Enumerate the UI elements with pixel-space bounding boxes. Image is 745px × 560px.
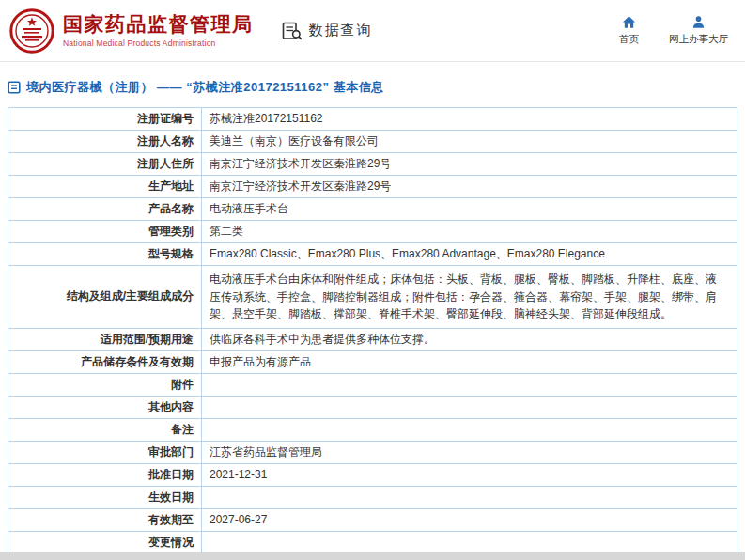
row-value: 供临床各科手术中为患者提供多种体位支撑。: [202, 328, 737, 350]
table-row: 产品储存条件及有效期申报产品为有源产品: [8, 350, 737, 373]
table-row: 附件: [8, 373, 737, 396]
info-table: 注册证编号苏械注准20172151162注册人名称美迪兰（南京）医疗设备有限公司…: [8, 107, 737, 560]
row-label: 产品储存条件及有效期: [8, 350, 202, 373]
row-value: 江苏省药品监督管理局: [202, 441, 737, 463]
row-value: [202, 373, 737, 396]
row-label: 有效期至: [8, 508, 202, 531]
row-label: 变更情况: [8, 531, 202, 553]
brand-text: 国家药品监督管理局 National Medical Products Admi…: [63, 13, 254, 48]
row-value: 苏械注准20172151162: [202, 108, 737, 131]
nav-online-hall-label: 网上办事大厅: [669, 33, 728, 46]
header: 国家药品监督管理局 National Medical Products Admi…: [0, 0, 745, 62]
row-value: 第二类: [202, 221, 737, 243]
row-value: 申报产品为有源产品: [202, 350, 737, 373]
row-label: 管理类别: [8, 221, 202, 243]
row-label: 审批部门: [8, 441, 202, 463]
row-value: 2027-06-27: [202, 508, 737, 531]
row-value: 电动液压手术台: [202, 198, 737, 221]
document-magnifier-icon: [282, 22, 303, 40]
row-label: 注册人名称: [8, 131, 202, 153]
brand: 国家药品监督管理局 National Medical Products Admi…: [9, 8, 254, 54]
row-value: [202, 531, 737, 553]
agency-name-en: National Medical Products Administration: [63, 39, 254, 48]
row-value: 南京江宁经济技术开发区秦淮路29号: [202, 176, 737, 198]
table-row: 注册人名称美迪兰（南京）医疗设备有限公司: [8, 131, 737, 153]
row-value: Emax280 Classic、Emax280 Plus、Emax280 Adv…: [202, 243, 737, 266]
row-label: 生产地址: [8, 176, 202, 198]
nav-online-hall[interactable]: 网上办事大厅: [669, 15, 728, 46]
row-value: [202, 396, 737, 418]
table-row: 生产地址南京江宁经济技术开发区秦淮路29号: [8, 176, 737, 198]
footer-strip: [0, 552, 745, 560]
table-row: 批准日期2021-12-31: [8, 463, 737, 486]
row-label: 适用范围/预期用途: [8, 328, 202, 350]
top-nav: 首页 网上办事大厅: [619, 15, 728, 46]
national-emblem-logo: [9, 8, 54, 54]
user-icon: [691, 15, 706, 29]
table-row: 其他内容: [8, 396, 737, 418]
row-value: [202, 486, 737, 508]
row-label: 备注: [8, 418, 202, 441]
table-row: 管理类别第二类: [8, 221, 737, 243]
row-label: 型号规格: [8, 243, 202, 266]
row-label: 附件: [8, 373, 202, 396]
info-table-body: 注册证编号苏械注准20172151162注册人名称美迪兰（南京）医疗设备有限公司…: [8, 108, 737, 560]
row-value: [202, 418, 737, 441]
table-row: 产品名称电动液压手术台: [8, 198, 737, 221]
table-row: 审批部门江苏省药品监督管理局: [8, 441, 737, 463]
row-value: 美迪兰（南京）医疗设备有限公司: [202, 131, 737, 153]
agency-name-cn: 国家药品监督管理局: [63, 13, 254, 36]
table-row: 型号规格Emax280 Classic、Emax280 Plus、Emax280…: [8, 243, 737, 266]
row-value: 2021-12-31: [202, 463, 737, 486]
row-label: 其他内容: [8, 396, 202, 418]
table-row: 注册人住所南京江宁经济技术开发区秦淮路29号: [8, 153, 737, 176]
row-label: 生效日期: [8, 486, 202, 508]
table-row: 变更情况: [8, 531, 737, 553]
row-label: 产品名称: [8, 198, 202, 221]
row-label: 注册人住所: [8, 153, 202, 176]
row-value: 电动液压手术台由床体和附件组成；床体包括：头板、背板、腿板、臀板、脚踏板、升降柱…: [202, 266, 737, 329]
breadcrumb: 境内医疗器械（注册） —— “苏械注准20172151162” 基本信息: [8, 79, 737, 96]
table-row: 注册证编号苏械注准20172151162: [8, 108, 737, 131]
home-icon: [622, 15, 636, 29]
nav-home-label: 首页: [619, 33, 639, 46]
table-row: 有效期至2027-06-27: [8, 508, 737, 531]
row-label: 结构及组成/主要组成成分: [8, 266, 202, 329]
data-query-section: 数据查询: [282, 22, 373, 40]
data-query-label: 数据查询: [309, 22, 373, 39]
row-value: 南京江宁经济技术开发区秦淮路29号: [202, 153, 737, 176]
table-row: 生效日期: [8, 486, 737, 508]
table-row: 结构及组成/主要组成成分电动液压手术台由床体和附件组成；床体包括：头板、背板、腿…: [8, 266, 737, 329]
page-title: 境内医疗器械（注册） —— “苏械注准20172151162” 基本信息: [26, 79, 384, 96]
nav-home[interactable]: 首页: [619, 15, 639, 46]
document-icon: [8, 81, 21, 94]
row-label: 批准日期: [8, 463, 202, 486]
row-label: 注册证编号: [8, 108, 202, 131]
table-row: 适用范围/预期用途供临床各科手术中为患者提供多种体位支撑。: [8, 328, 737, 350]
table-row: 备注: [8, 418, 737, 441]
